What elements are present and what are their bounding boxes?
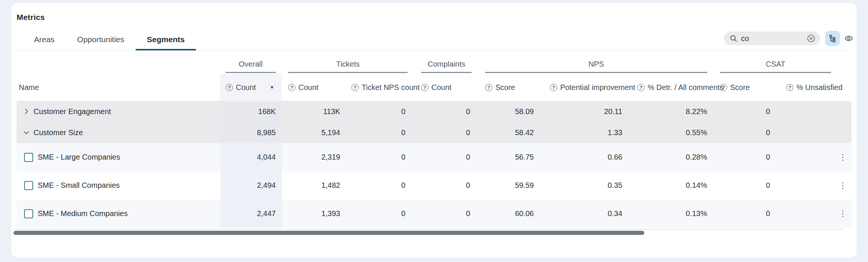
help-icon[interactable]: ? bbox=[351, 84, 359, 91]
search-value: co bbox=[741, 34, 807, 43]
cell-tickets-count: 113K bbox=[282, 101, 343, 122]
cell-csat-score: 0 bbox=[710, 200, 773, 228]
eye-icon bbox=[843, 34, 854, 43]
cell-nps-score: 60.06 bbox=[473, 200, 537, 228]
row-checkbox[interactable] bbox=[24, 209, 33, 218]
column-group-header-row: Overall Tickets Complaints NPS CSAT bbox=[17, 56, 851, 74]
cell-tickets-count: 2,319 bbox=[282, 143, 343, 171]
tab-areas[interactable]: Areas bbox=[23, 31, 66, 50]
row-name: SME - Large Companies bbox=[38, 153, 120, 161]
row-name: Customer Size bbox=[34, 128, 83, 137]
group-complaints: Complaints bbox=[408, 56, 473, 74]
cell-pct-detr-all-comments: 0.13% bbox=[625, 200, 710, 228]
tab-segments[interactable]: Segments bbox=[136, 31, 196, 50]
help-icon[interactable]: ? bbox=[421, 84, 428, 91]
cell-ticket-nps-count: 0 bbox=[343, 122, 408, 143]
help-icon[interactable]: ? bbox=[786, 84, 793, 91]
cell-complaints-count: 0 bbox=[408, 122, 473, 143]
cell-tickets-count: 1,393 bbox=[282, 200, 343, 228]
cell-pct-detr-all-comments: 0.14% bbox=[625, 171, 710, 200]
cell-ticket-nps-count: 0 bbox=[343, 101, 408, 122]
cell-pct-unsatisfied bbox=[773, 101, 834, 122]
header-pct-unsatisfied[interactable]: ? % Unsatisfied bbox=[773, 74, 834, 101]
cell-potential-improvement: 0.35 bbox=[537, 171, 625, 200]
header-pct-detr-all-comments[interactable]: ? % Detr. / All comments bbox=[625, 74, 710, 101]
header-tickets-count[interactable]: ? Count bbox=[282, 74, 343, 101]
header-overall-count[interactable]: ? Count ▼ bbox=[220, 74, 282, 101]
cell-nps-score: 59.59 bbox=[473, 171, 537, 200]
group-nps: NPS bbox=[473, 56, 710, 74]
cell-pct-unsatisfied bbox=[773, 122, 834, 143]
metrics-panel: Metrics Areas Opportunities Segments co bbox=[11, 3, 857, 257]
clear-icon bbox=[807, 34, 816, 43]
help-icon[interactable]: ? bbox=[720, 84, 727, 91]
group-csat: CSAT bbox=[710, 56, 834, 74]
tree-hierarchy-icon bbox=[828, 34, 837, 43]
header-nps-score[interactable]: ? Score bbox=[473, 74, 537, 101]
cell-ticket-nps-count: 0 bbox=[343, 200, 408, 228]
search-input[interactable]: co bbox=[724, 32, 820, 45]
table-row-sme-large-companies[interactable]: SME - Large Companies 4,044 2,319 0 0 56… bbox=[17, 143, 851, 171]
clear-search-button[interactable] bbox=[807, 34, 816, 43]
horizontal-scrollbar-thumb[interactable] bbox=[14, 231, 644, 235]
table-row-sme-small-companies[interactable]: SME - Small Companies 2,494 1,482 0 0 59… bbox=[17, 171, 851, 200]
cell-csat-score: 0 bbox=[710, 171, 773, 200]
header-complaints-count[interactable]: ? Count bbox=[408, 74, 473, 101]
header-potential-improvement[interactable]: ? Potential improvement bbox=[537, 74, 625, 101]
chevron-down-icon[interactable] bbox=[23, 129, 30, 136]
cell-potential-improvement: 20.11 bbox=[537, 101, 625, 122]
row-name: Customer Engagement bbox=[34, 107, 111, 116]
row-checkbox[interactable] bbox=[24, 153, 33, 162]
cell-pct-detr-all-comments: 8.22% bbox=[625, 101, 710, 122]
sort-desc-icon[interactable]: ▼ bbox=[270, 85, 282, 90]
cell-overall-count: 4,044 bbox=[220, 143, 282, 171]
table-row-customer-size[interactable]: Customer Size 8,985 5,194 0 0 58.42 1.33… bbox=[17, 122, 851, 143]
column-header-row: Name ? Count ▼ ? Count ? Ticket NPS coun… bbox=[17, 74, 851, 101]
row-checkbox[interactable] bbox=[24, 181, 33, 190]
help-icon[interactable]: ? bbox=[485, 84, 492, 91]
search-icon bbox=[729, 34, 738, 43]
cell-pct-unsatisfied bbox=[773, 171, 834, 200]
table-bottom-divider bbox=[14, 229, 844, 230]
help-icon[interactable]: ? bbox=[226, 84, 233, 91]
cell-tickets-count: 5,194 bbox=[282, 122, 343, 143]
cell-complaints-count: 0 bbox=[408, 200, 473, 228]
cell-ticket-nps-count: 0 bbox=[343, 171, 408, 200]
cell-overall-count: 8,985 bbox=[220, 122, 282, 143]
table-row-customer-engagement[interactable]: Customer Engagement 168K 113K 0 0 58.09 … bbox=[17, 101, 851, 122]
row-actions-kebab-icon[interactable]: ⋮ bbox=[834, 143, 851, 171]
cell-potential-improvement: 0.34 bbox=[537, 200, 625, 228]
cell-potential-improvement: 0.66 bbox=[537, 143, 625, 171]
cell-complaints-count: 0 bbox=[408, 101, 473, 122]
group-overall: Overall bbox=[220, 56, 282, 74]
help-icon[interactable]: ? bbox=[288, 84, 295, 91]
help-icon[interactable]: ? bbox=[637, 84, 645, 91]
header-csat-score[interactable]: ? Score bbox=[710, 74, 773, 101]
row-name: SME - Small Companies bbox=[38, 181, 120, 190]
group-tickets: Tickets bbox=[282, 56, 408, 74]
cell-csat-score: 0 bbox=[710, 122, 773, 143]
cell-ticket-nps-count: 0 bbox=[343, 143, 408, 171]
cell-pct-unsatisfied bbox=[773, 143, 834, 171]
cell-nps-score: 58.09 bbox=[473, 101, 537, 122]
header-name: Name bbox=[17, 74, 220, 101]
header-ticket-nps-count[interactable]: ? Ticket NPS count bbox=[343, 74, 408, 101]
row-actions-kebab-icon[interactable]: ⋮ bbox=[834, 171, 851, 200]
cell-csat-score: 0 bbox=[710, 143, 773, 171]
tree-view-toggle-button[interactable] bbox=[825, 31, 840, 46]
page-title: Metrics bbox=[17, 13, 45, 22]
table-row-sme-medium-companies[interactable]: SME - Medium Companies 2,447 1,393 0 0 6… bbox=[17, 200, 851, 228]
cell-tickets-count: 1,482 bbox=[282, 171, 343, 200]
tab-opportunities[interactable]: Opportunities bbox=[66, 31, 136, 50]
row-actions-kebab-icon[interactable]: ⋮ bbox=[834, 200, 851, 228]
cell-csat-score: 0 bbox=[710, 101, 773, 122]
cell-nps-score: 56.75 bbox=[473, 143, 537, 171]
cell-overall-count: 2,447 bbox=[220, 200, 282, 228]
cell-overall-count: 2,494 bbox=[220, 171, 282, 200]
visibility-toggle-button[interactable] bbox=[842, 33, 855, 44]
segments-table: Overall Tickets Complaints NPS CSAT Name… bbox=[17, 56, 851, 228]
cell-potential-improvement: 1.33 bbox=[537, 122, 625, 143]
chevron-right-icon[interactable] bbox=[23, 108, 30, 115]
cell-pct-detr-all-comments: 0.55% bbox=[625, 122, 710, 143]
help-icon[interactable]: ? bbox=[550, 84, 557, 91]
